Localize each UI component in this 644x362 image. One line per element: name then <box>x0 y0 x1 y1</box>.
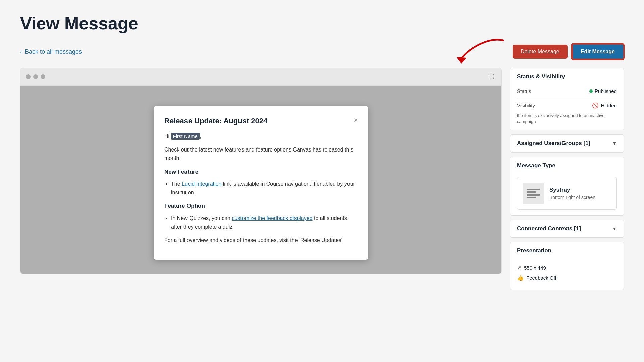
assigned-users-header[interactable]: Assigned Users/Groups [1] ▼ <box>510 135 624 152</box>
systray-bar-4 <box>527 197 536 198</box>
greeting-suffix: , <box>200 133 201 139</box>
customize-feedback-link[interactable]: customize the feedback displayed <box>232 215 312 221</box>
status-text: Published <box>595 88 617 94</box>
section1-bullet1: The Lucid Integration link is available … <box>171 180 358 197</box>
status-row: Status Published <box>517 85 617 97</box>
status-visibility-title: Status & Visibility <box>517 73 565 80</box>
dimensions-text: 550 x 449 <box>524 265 546 271</box>
systray-visual <box>525 187 542 200</box>
expand-icon[interactable]: ⛶ <box>487 72 496 81</box>
back-link[interactable]: ‹ Back to all messages <box>20 48 82 55</box>
preview-panel: ⛶ Release Update: August 2024 × Hi First… <box>20 68 502 274</box>
message-card-header: Release Update: August 2024 × <box>164 117 358 125</box>
systray-bar-3 <box>527 194 540 196</box>
visibility-text: Hidden <box>601 103 617 108</box>
back-link-label: Back to all messages <box>25 48 82 55</box>
presentation-header: Presentation <box>510 242 624 259</box>
status-value: Published <box>589 88 617 94</box>
message-type-label: Message Type <box>517 162 555 169</box>
presentation-section: Presentation ⤢ 550 x 449 👍 Feedback Off <box>510 242 624 290</box>
feedback-row: 👍 Feedback Off <box>517 275 617 281</box>
back-chevron-icon: ‹ <box>20 48 22 55</box>
presentation-label: Presentation <box>517 247 551 254</box>
section3-text: For a full overview and videos of these … <box>164 236 358 245</box>
message-type-section: Message Type Systray <box>510 157 624 216</box>
lucid-integration-link[interactable]: Lucid Integration <box>182 181 221 187</box>
systray-bar-2 <box>527 191 536 193</box>
status-visibility-body: Status Published Visibility 🚫 Hidden <box>510 85 624 130</box>
bullet1-prefix: The <box>171 181 182 187</box>
feedback-text: Feedback Off <box>526 275 556 281</box>
assigned-users-chevron-icon: ▼ <box>612 141 617 146</box>
edit-message-button[interactable]: Edit Message <box>572 44 624 60</box>
status-label: Status <box>517 88 531 94</box>
page-title: View Message <box>20 13 624 34</box>
sidebar: Status & Visibility Status Published Vis… <box>510 68 624 294</box>
dot-3 <box>41 74 45 79</box>
main-content: ⛶ Release Update: August 2024 × Hi First… <box>20 68 624 294</box>
greeting-prefix: Hi <box>164 133 171 139</box>
message-type-desc: Bottom right of screen <box>549 195 595 200</box>
feedback-icon: 👍 <box>517 275 524 281</box>
section1-title: New Feature <box>164 167 358 176</box>
connected-contexts-section: Connected Contexts [1] ▼ <box>510 220 624 238</box>
preview-panel-header: ⛶ <box>20 68 501 86</box>
visibility-row: Visibility 🚫 Hidden <box>517 100 617 111</box>
assigned-users-label: Assigned Users/Groups [1] <box>517 140 590 147</box>
message-type-body: Systray Bottom right of screen <box>510 177 624 215</box>
status-visibility-header[interactable]: Status & Visibility <box>510 68 624 85</box>
message-card-body: Hi First Name, Check out the latest new … <box>164 132 358 244</box>
presentation-body: ⤢ 550 x 449 👍 Feedback Off <box>510 259 624 290</box>
visibility-label: Visibility <box>517 103 535 108</box>
status-dot-icon <box>589 89 593 93</box>
divider <box>517 98 617 98</box>
intro-text: Check out the latest new features and fe… <box>164 145 358 163</box>
message-type-name: Systray <box>549 187 595 193</box>
action-buttons: Delete Message Edit Message <box>513 44 624 60</box>
hidden-icon: 🚫 <box>592 102 599 109</box>
top-bar: ‹ Back to all messages Delete Message Ed… <box>20 44 624 60</box>
preview-body: Release Update: August 2024 × Hi First N… <box>20 86 501 274</box>
first-name-badge: First Name <box>171 133 200 140</box>
systray-bar-1 <box>527 189 540 190</box>
dimensions-row: ⤢ 550 x 449 <box>517 265 617 271</box>
section2-bullet1: In New Quizzes, you can customize the fe… <box>171 214 358 231</box>
message-type-card: Systray Bottom right of screen <box>517 177 617 210</box>
systray-icon <box>523 183 544 204</box>
message-type-info: Systray Bottom right of screen <box>549 187 595 200</box>
message-card-close-button[interactable]: × <box>354 117 358 123</box>
visibility-sub-text: the item is exclusively assigned to an i… <box>517 113 617 125</box>
section2-title: Feature Option <box>164 201 358 210</box>
connected-contexts-label: Connected Contexts [1] <box>517 225 581 232</box>
visibility-value: 🚫 Hidden <box>592 102 617 109</box>
assigned-users-section: Assigned Users/Groups [1] ▼ <box>510 134 624 153</box>
message-type-header: Message Type <box>510 157 624 174</box>
dot-1 <box>26 74 31 79</box>
dimensions-icon: ⤢ <box>517 265 521 271</box>
connected-contexts-chevron-icon: ▼ <box>612 226 617 231</box>
connected-contexts-header[interactable]: Connected Contexts [1] ▼ <box>510 220 624 237</box>
message-card-title: Release Update: August 2024 <box>164 117 267 125</box>
status-visibility-section: Status & Visibility Status Published Vis… <box>510 68 624 130</box>
panel-dots <box>26 74 45 79</box>
bullet2-prefix: In New Quizzes, you can <box>171 215 232 221</box>
message-card: Release Update: August 2024 × Hi First N… <box>154 106 368 260</box>
delete-message-button[interactable]: Delete Message <box>513 45 568 59</box>
dot-2 <box>33 74 38 79</box>
